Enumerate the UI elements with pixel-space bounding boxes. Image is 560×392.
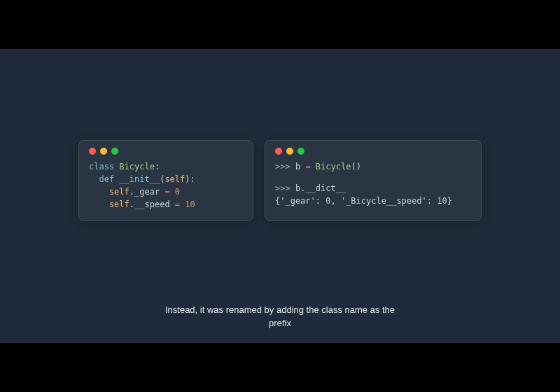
keyword-def: def [99,174,114,184]
paren-close: ): [185,174,195,184]
code-window-left: class Bicycle: def __init__(self): self.… [78,140,253,221]
code-windows-row: class Bicycle: def __init__(self): self.… [0,140,560,221]
class-name: Bicycle [119,162,155,172]
repl-prompt: >>> [275,183,290,193]
space [170,187,175,197]
op-assign: = [164,187,169,197]
subtitle-caption: Instead, it was renamed by adding the cl… [0,304,560,330]
call-parens: () [351,162,360,172]
op-assign: = [175,200,180,209]
code-window-right: >>> b = Bicycle() >>> b.__dict__ {'_gear… [265,140,482,221]
close-icon [89,148,96,155]
letterbox-top [0,0,560,49]
repl-output-dict: {'_gear': 0, '_Bicycle__speed': 10} [275,196,452,206]
self-ref: self [109,187,130,197]
literal-zero: 0 [175,187,180,197]
dot: . [130,200,134,209]
minimize-icon [100,148,107,155]
self-ref: self [109,200,130,209]
op-assign: = [305,162,310,172]
caption-line-2: prefix [0,317,560,330]
repl-session-code: >>> b = Bicycle() >>> b.__dict__ {'_gear… [275,160,471,207]
repl-prompt: >>> [275,162,290,172]
attr-gear: _gear [134,187,160,197]
dot: . [130,187,134,197]
space [170,200,175,209]
letterbox-bottom [0,343,560,392]
zoom-icon [298,148,304,155]
attr-speed: __speed [134,200,170,209]
param-self: self [164,174,185,184]
space [311,162,316,172]
var-b: b [295,162,305,172]
space [290,162,295,172]
space [290,183,295,193]
class-definition-code: class Bicycle: def __init__(self): self.… [89,160,243,211]
attr-dict: __dict__ [305,183,346,193]
caption-line-1: Instead, it was renamed by adding the cl… [0,304,560,317]
literal-ten: 10 [185,200,195,209]
keyword-class: class [89,162,114,172]
zoom-icon [111,148,118,155]
window-controls [275,148,471,155]
window-controls [89,148,243,155]
close-icon [275,148,282,155]
method-name: __init__ [119,174,160,184]
class-name: Bicycle [316,162,351,172]
minimize-icon [286,148,293,155]
slide-stage: class Bicycle: def __init__(self): self.… [0,49,560,343]
colon: : [155,162,160,172]
